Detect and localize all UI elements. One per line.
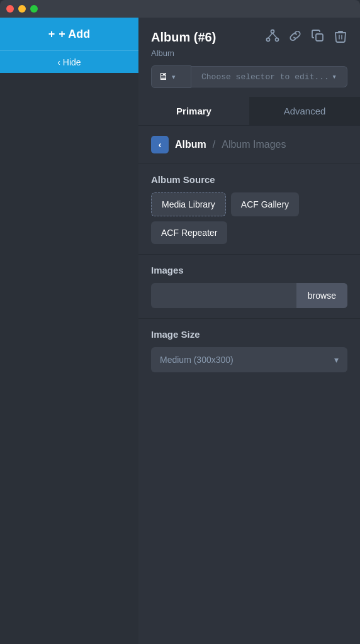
add-button-label: + Add — [59, 28, 90, 41]
svg-line-3 — [268, 33, 273, 38]
copy-icon[interactable] — [311, 29, 325, 46]
browse-button[interactable]: browse — [296, 283, 347, 308]
hide-button-label: ‹ Hide — [57, 57, 81, 67]
chrome-maximize-btn[interactable] — [30, 5, 38, 13]
main-panel: Album (#6) — [138, 18, 360, 644]
main-layout: + + Add ‹ Hide Album (#6) — [0, 18, 360, 644]
selector-row: 🖥 ▾ Choose selector to edit... ▾ — [151, 65, 347, 88]
image-size-section: Image Size Medium (300x300) ▾ — [138, 319, 360, 382]
selector-dropdown-chevron-icon: ▾ — [332, 72, 337, 82]
tab-primary[interactable]: Primary — [138, 97, 249, 125]
breadcrumb-current: Album — [175, 139, 206, 150]
images-input[interactable] — [151, 283, 296, 308]
album-source-section: Album Source Media Library ACF Gallery A… — [138, 164, 360, 254]
svg-rect-5 — [316, 34, 323, 41]
album-source-acf-gallery[interactable]: ACF Gallery — [231, 192, 299, 216]
window-chrome — [0, 0, 360, 18]
tab-advanced[interactable]: Advanced — [249, 97, 360, 125]
svg-point-1 — [267, 38, 270, 42]
selector-dropdown[interactable]: Choose selector to edit... ▾ — [191, 66, 347, 87]
chrome-minimize-btn[interactable] — [18, 5, 26, 13]
image-size-label: Image Size — [151, 329, 347, 340]
hierarchy-icon[interactable] — [266, 29, 279, 46]
monitor-icon: 🖥 — [158, 71, 168, 82]
add-button[interactable]: + + Add — [0, 18, 138, 50]
album-source-options: Media Library ACF Gallery ACF Repeater — [151, 192, 347, 244]
breadcrumb-child: Album Images — [222, 139, 286, 150]
images-section: Images browse — [138, 255, 360, 318]
toolbar-icons — [266, 29, 347, 46]
element-title: Album (#6) — [151, 30, 216, 45]
image-size-selected: Medium (300x300) — [160, 355, 233, 365]
album-source-acf-repeater[interactable]: ACF Repeater — [151, 221, 227, 244]
trash-icon[interactable] — [334, 29, 347, 46]
breadcrumb-back-button[interactable]: ‹ — [151, 136, 169, 153]
tabs-container: Primary Advanced — [138, 97, 360, 125]
breadcrumb-back-label: ‹ — [159, 140, 162, 150]
breadcrumb-row: ‹ Album / Album Images — [138, 126, 360, 164]
element-subtitle: Album — [151, 48, 347, 58]
plus-icon: + — [48, 28, 55, 41]
sidebar: + + Add ‹ Hide — [0, 18, 138, 644]
album-source-label: Album Source — [151, 174, 347, 185]
image-size-dropdown[interactable]: Medium (300x300) ▾ — [151, 347, 347, 372]
hide-button[interactable]: ‹ Hide — [0, 50, 138, 73]
svg-point-2 — [276, 38, 279, 42]
link-icon[interactable] — [288, 29, 302, 46]
chrome-close-btn[interactable] — [6, 5, 14, 13]
image-size-chevron-icon: ▾ — [334, 355, 339, 365]
album-source-media-library[interactable]: Media Library — [151, 192, 226, 216]
device-chevron-icon: ▾ — [172, 73, 176, 81]
element-title-row: Album (#6) — [151, 29, 347, 46]
element-header: Album (#6) — [138, 18, 360, 94]
selector-placeholder-text: Choose selector to edit... — [201, 72, 329, 82]
images-browse-row: browse — [151, 283, 347, 308]
device-selector[interactable]: 🖥 ▾ — [151, 65, 191, 88]
svg-line-4 — [273, 33, 277, 38]
svg-point-0 — [271, 30, 274, 33]
images-label: Images — [151, 265, 347, 275]
breadcrumb-separator: / — [213, 139, 215, 150]
